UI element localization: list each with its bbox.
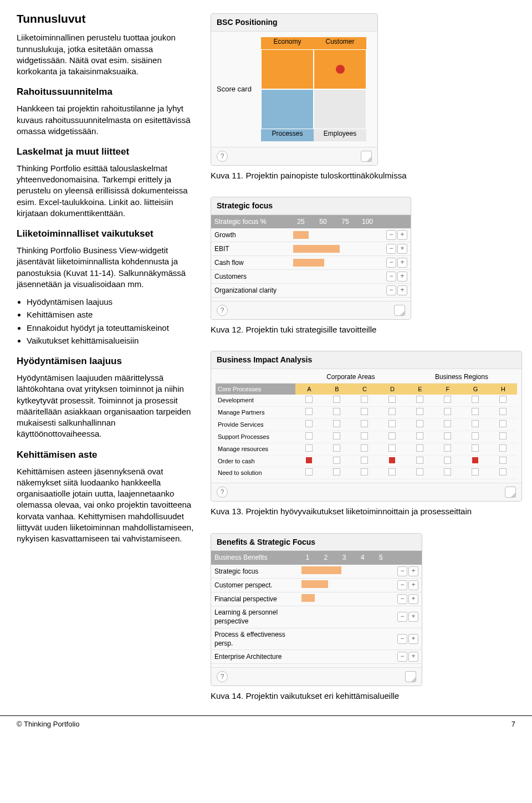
bia-cell[interactable] [351, 407, 378, 419]
minus-button[interactable]: − [397, 652, 407, 662]
bia-cell[interactable] [295, 467, 323, 479]
bia-cell[interactable] [434, 419, 462, 431]
bb-bar[interactable] [298, 592, 390, 606]
bia-cell[interactable] [323, 467, 351, 479]
bia-cell[interactable] [295, 419, 323, 431]
plus-button[interactable]: + [397, 285, 407, 295]
minus-button[interactable]: − [386, 272, 396, 282]
bia-cell[interactable] [295, 395, 323, 406]
plus-button[interactable]: + [397, 244, 407, 254]
bia-cell[interactable] [378, 395, 406, 406]
bia-cell[interactable] [434, 431, 462, 443]
bia-cell[interactable] [295, 407, 323, 419]
minus-button[interactable]: − [386, 285, 396, 295]
bia-cell[interactable] [462, 467, 489, 479]
bia-cell[interactable] [351, 467, 378, 479]
bia-cell[interactable] [295, 443, 323, 455]
bia-cell[interactable] [378, 443, 406, 455]
bia-cell[interactable] [406, 467, 434, 479]
plus-button[interactable]: + [397, 230, 407, 240]
bia-cell[interactable] [434, 395, 462, 406]
bia-cell[interactable] [406, 407, 434, 419]
bsc-cell-economy[interactable] [261, 49, 314, 89]
bia-cell[interactable] [462, 395, 489, 406]
bia-cell[interactable] [406, 431, 434, 443]
bia-cell[interactable] [351, 455, 378, 467]
bia-cell[interactable] [323, 455, 351, 467]
bia-cell[interactable] [462, 407, 489, 419]
bsc-cell-employees[interactable] [314, 89, 366, 129]
bia-cell[interactable] [489, 455, 517, 467]
plus-button[interactable]: + [408, 652, 418, 662]
bb-bar[interactable] [298, 606, 390, 628]
sf-bar[interactable] [290, 242, 378, 256]
bb-bar[interactable] [298, 565, 390, 579]
bia-cell[interactable] [489, 467, 517, 479]
bia-cell[interactable] [351, 443, 378, 455]
bia-cell[interactable] [462, 431, 489, 443]
bia-cell[interactable] [462, 419, 489, 431]
bia-cell[interactable] [489, 395, 517, 406]
bb-bar[interactable] [298, 578, 390, 592]
minus-button[interactable]: − [397, 612, 407, 622]
bia-cell[interactable] [434, 455, 462, 467]
bia-cell[interactable] [489, 443, 517, 455]
plus-button[interactable]: + [408, 566, 418, 576]
note-icon[interactable] [361, 151, 372, 162]
bia-cell[interactable] [489, 431, 517, 443]
note-icon[interactable] [505, 487, 516, 498]
minus-button[interactable]: − [397, 634, 407, 644]
plus-button[interactable]: + [408, 612, 418, 622]
bia-cell[interactable] [323, 395, 351, 406]
bia-cell[interactable] [351, 419, 378, 431]
bia-cell[interactable] [323, 419, 351, 431]
minus-button[interactable]: − [386, 230, 396, 240]
bia-cell[interactable] [351, 395, 378, 406]
plus-button[interactable]: + [408, 580, 418, 590]
bia-cell[interactable] [378, 455, 406, 467]
bia-cell[interactable] [351, 431, 378, 443]
bia-cell[interactable] [378, 419, 406, 431]
note-icon[interactable] [394, 305, 405, 316]
minus-button[interactable]: − [397, 594, 407, 604]
bb-bar[interactable] [298, 649, 390, 663]
bsc-cell-processes[interactable] [261, 89, 314, 129]
sf-bar[interactable] [290, 256, 378, 270]
minus-button[interactable]: − [386, 244, 396, 254]
minus-button[interactable]: − [397, 580, 407, 590]
bia-cell[interactable] [323, 443, 351, 455]
bia-cell[interactable] [323, 431, 351, 443]
bia-cell[interactable] [295, 455, 323, 467]
help-icon[interactable]: ? [217, 671, 228, 682]
sf-bar[interactable] [290, 270, 378, 284]
bia-cell[interactable] [489, 407, 517, 419]
plus-button[interactable]: + [408, 634, 418, 644]
help-icon[interactable]: ? [217, 305, 228, 316]
plus-button[interactable]: + [397, 258, 407, 268]
minus-button[interactable]: − [397, 566, 407, 576]
bsc-cell-customer[interactable] [314, 49, 366, 89]
help-icon[interactable]: ? [217, 487, 228, 498]
bia-cell[interactable] [462, 443, 489, 455]
plus-button[interactable]: + [408, 594, 418, 604]
bia-cell[interactable] [406, 443, 434, 455]
minus-button[interactable]: − [386, 258, 396, 268]
help-icon[interactable]: ? [217, 151, 228, 162]
bia-cell[interactable] [406, 455, 434, 467]
bia-cell[interactable] [434, 407, 462, 419]
bia-cell[interactable] [406, 395, 434, 406]
plus-button[interactable]: + [397, 272, 407, 282]
bia-cell[interactable] [434, 443, 462, 455]
bia-cell[interactable] [378, 431, 406, 443]
bia-cell[interactable] [434, 467, 462, 479]
sf-bar[interactable] [290, 228, 378, 242]
bia-cell[interactable] [378, 467, 406, 479]
bia-cell[interactable] [406, 419, 434, 431]
bb-bar[interactable] [298, 628, 390, 649]
bia-cell[interactable] [378, 407, 406, 419]
bia-cell[interactable] [489, 419, 517, 431]
bia-cell[interactable] [323, 407, 351, 419]
sf-bar[interactable] [290, 284, 378, 298]
note-icon[interactable] [405, 671, 416, 682]
bia-cell[interactable] [462, 455, 489, 467]
